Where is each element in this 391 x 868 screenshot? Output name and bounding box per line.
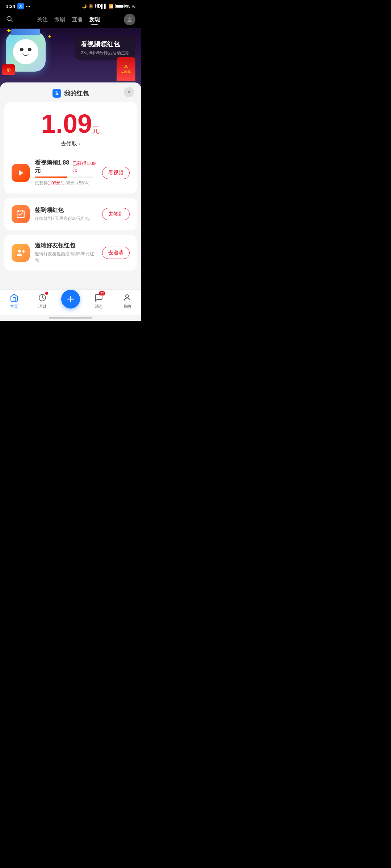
banner-popup: 看视频领红包 23小时59分钟后活动过期 [75,35,135,60]
svg-line-1 [11,20,13,22]
task-icon-video [12,164,30,182]
task-signin-info: 签到领红包 连续签到7天最高得30元红包 [35,207,97,222]
nav-tabs: 关注 微剧 直播 发现 [37,16,100,23]
mascot-eyes [20,48,31,51]
nav-item-finance[interactable]: 理财 [31,293,53,309]
profile-label: 我的 [123,304,131,309]
status-time: 1:24 [6,4,15,9]
finance-icon [37,293,47,303]
balance-card: 1.09元 去领取 › 看视频领1.88元 已获得1.09元 [4,102,137,193]
finance-label: 理财 [38,304,46,309]
message-badge: 32 [99,291,105,295]
banner-popup-sub: 23小时59分钟后活动过期 [81,50,130,56]
home-indicator-bar [49,317,92,319]
mascot-mouth [22,53,29,56]
task-video-title-row: 看视频领1.88元 已获得1.09元 [35,159,97,174]
search-button[interactable] [6,15,13,24]
close-button[interactable]: × [124,87,134,97]
home-icon [9,293,19,303]
profile-icon [122,293,132,303]
alipay-logo: 支 [52,89,61,98]
task-invite: 邀请好友领红包 邀请好友看视频最高得588元红包 去邀请 [12,242,130,263]
svg-point-13 [126,295,129,298]
red-envelope-amount: 支 [124,64,128,69]
signin-card: 签到领红包 连续签到7天最高得30元红包 去签到 [4,198,137,230]
task-video-title: 看视频领1.88元 [35,159,70,174]
banner-mascot: ✦ ✦ 🎁 [6,32,53,79]
status-dots: ··· [26,4,30,9]
tab-faxian[interactable]: 发现 [89,16,100,23]
modal-overlay: 支 我的红包 × 1.09元 去领取 › 看视频领1 [0,82,141,289]
task-signin: 签到领红包 连续签到7天最高得30元红包 去签到 [12,205,130,223]
task-video-info: 看视频领1.88元 已获得1.09元 已获得1.09元/1.88元（56%） [35,159,97,186]
task-signin-title: 签到领红包 [35,207,97,214]
task-invite-sub: 邀请好友看视频最高得588元红包 [35,251,97,263]
add-icon[interactable] [61,290,80,309]
nav-item-home[interactable]: 首页 [3,293,25,309]
svg-point-7 [18,250,21,252]
mascot-eye-left [20,48,24,51]
message-label: 消息 [95,304,103,309]
status-left: 1:24 支 ··· [6,3,30,9]
modal-title-wrap: 支 我的红包 [52,89,89,98]
finance-badge [45,292,48,295]
modal-title: 我的红包 [64,89,89,98]
user-avatar[interactable] [124,14,135,25]
task-video: 看视频领1.88元 已获得1.09元 已获得1.09元/1.88元（56%） 看… [12,153,130,186]
nav-item-profile[interactable]: 我的 [116,293,138,309]
task-signin-sub: 连续签到7天最高得30元红包 [35,216,97,222]
red-envelope-preview[interactable]: 支 1.09元 [117,57,135,81]
battery-percent: 95 [126,4,130,8]
svg-point-0 [7,16,11,21]
signal-icon: HD▌▌ [95,4,107,9]
nav-item-message[interactable]: 32 消息 [88,293,110,309]
battery-indicator [115,4,125,8]
modal-header: 支 我的红包 × [0,82,141,102]
message-icon: 32 [94,293,104,303]
invite-card: 邀请好友领红包 邀请好友看视频最高得588元红包 去邀请 [4,235,137,271]
star-decoration-2: ✦ [47,34,52,39]
gift-bag: 🎁 [2,64,15,75]
task-invite-title: 邀请好友领红包 [35,242,97,250]
mascot-eye-right [28,48,31,51]
svg-marker-3 [19,170,24,175]
mute-icon: 🔕 [88,4,93,9]
tab-weiju[interactable]: 微剧 [54,16,65,23]
task-icon-signin [12,205,30,223]
watch-video-button[interactable]: 看视频 [102,167,130,179]
red-envelope-value: 1.09元 [121,69,131,74]
status-right: 🌙 🔕 HD▌▌ 📶 95% [82,4,135,9]
task-invite-info: 邀请好友领红包 邀请好友看视频最高得588元红包 [35,242,97,263]
amount-section: 1.09元 去领取 › [12,111,130,147]
claim-button[interactable]: 去领取 › [12,140,130,147]
task-icon-invite [12,244,30,262]
banner-popup-title: 看视频领红包 [81,40,130,48]
top-nav: 关注 微剧 直播 发现 [0,11,141,28]
mascot-face [13,39,38,64]
banner-area: ✦ ✦ 🎁 看视频领红包 23小时59分钟后活动过期 [0,28,141,86]
wifi-icon: 📶 [109,4,114,9]
amount-display: 1.09元 [12,111,130,137]
moon-icon: 🌙 [82,4,87,9]
amount-unit: 元 [92,125,100,135]
tab-guanzhu[interactable]: 关注 [37,16,48,23]
progress-bar-fill [35,176,67,178]
chevron-right-icon: › [79,141,80,146]
home-indicator [0,315,141,321]
task-video-earned: 已获得1.09元 [72,160,97,173]
bottom-nav: 首页 理财 32 消息 [0,289,141,315]
status-bar: 1:24 支 ··· 🌙 🔕 HD▌▌ 📶 95% [0,0,141,11]
svg-point-2 [129,17,131,20]
task-video-sub: 已获得1.09元/1.88元（56%） [35,180,97,186]
tab-zhibo[interactable]: 直播 [72,16,83,23]
alipay-status-icon: 支 [17,3,24,9]
nav-item-add[interactable] [60,293,81,309]
amount-number: 1.09 [41,109,92,138]
signin-button[interactable]: 去签到 [102,208,130,220]
home-label: 首页 [10,304,18,309]
invite-button[interactable]: 去邀请 [102,247,130,259]
progress-bar-wrap [35,176,93,178]
